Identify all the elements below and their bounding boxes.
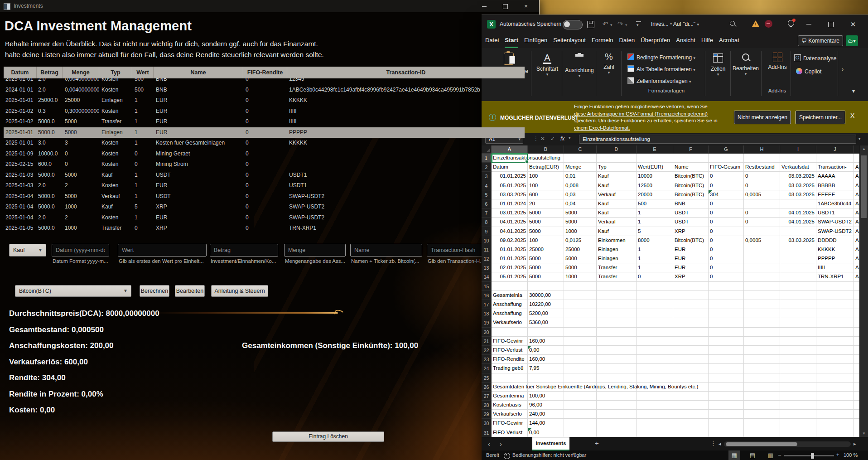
cell-C30[interactable] bbox=[564, 419, 597, 428]
cell-K26[interactable] bbox=[854, 383, 859, 392]
betrag-input[interactable] bbox=[210, 244, 278, 257]
cell-F29[interactable] bbox=[673, 410, 709, 419]
cell-K17[interactable] bbox=[854, 300, 859, 309]
cell-E3[interactable]: 10000 bbox=[637, 172, 673, 181]
row-header-20[interactable]: 20 bbox=[482, 328, 492, 337]
cell-F18[interactable] bbox=[673, 309, 709, 318]
cell-H26[interactable] bbox=[744, 383, 780, 392]
cell-C4[interactable]: 0,008 bbox=[564, 181, 597, 190]
cell-I5[interactable]: 03.03.2025 bbox=[780, 190, 816, 199]
close-button[interactable]: × bbox=[516, 0, 536, 12]
cell-G29[interactable] bbox=[709, 410, 744, 419]
transaction-row[interactable]: 2025-01-032.02Kosten1EUR0USDT1 bbox=[4, 180, 525, 191]
transaction-row[interactable]: 2025-01-0910000.00Kosten0Mining Geraet0 bbox=[4, 149, 525, 160]
cell-K21[interactable] bbox=[854, 337, 859, 346]
cell-J28[interactable] bbox=[816, 401, 854, 410]
cell-F16[interactable] bbox=[673, 291, 709, 300]
redo-icon[interactable]: ↷ bbox=[617, 20, 623, 28]
cell-A11[interactable]: 01.01.2025 bbox=[492, 245, 528, 254]
cell-K15[interactable] bbox=[854, 282, 859, 291]
cell-E14[interactable]: 0 bbox=[637, 272, 673, 281]
cell-F13[interactable]: EUR bbox=[673, 263, 709, 272]
cell-J24[interactable] bbox=[816, 364, 854, 373]
cell-G28[interactable] bbox=[709, 401, 744, 410]
cell-F5[interactable]: Bitcoin(BTC) bbox=[673, 190, 709, 199]
cell-K23[interactable] bbox=[854, 355, 859, 364]
cell-D30[interactable] bbox=[597, 419, 637, 428]
cell-C15[interactable] bbox=[564, 282, 597, 291]
cell-J8[interactable]: SWAP-USDT2 bbox=[816, 218, 854, 227]
cell-K24[interactable] bbox=[854, 364, 859, 373]
cell-A31[interactable]: FIFO-Verlust bbox=[492, 428, 528, 437]
cell-E28[interactable] bbox=[637, 401, 673, 410]
cell-J7[interactable]: USDT1 bbox=[816, 208, 854, 218]
cell-F17[interactable] bbox=[673, 300, 709, 309]
cell-J5[interactable]: EEEEE bbox=[816, 190, 854, 199]
row-header-21[interactable]: 21 bbox=[482, 337, 492, 346]
cell-F31[interactable] bbox=[673, 428, 709, 437]
column-header-typ[interactable]: Typ bbox=[99, 67, 132, 78]
cell-C8[interactable]: 5000 bbox=[564, 218, 597, 227]
cell-G10[interactable]: 0 bbox=[709, 236, 744, 245]
asset-select[interactable]: Bitcoin(BTC)▼ bbox=[15, 285, 131, 297]
cell-B20[interactable] bbox=[528, 328, 564, 337]
cell-H3[interactable]: 0 bbox=[744, 172, 780, 181]
cell-J9[interactable]: SWAP-USDT2 bbox=[816, 227, 854, 236]
cell-A15[interactable] bbox=[492, 282, 528, 291]
cell-J23[interactable] bbox=[816, 355, 854, 364]
cell-H9[interactable] bbox=[744, 227, 780, 236]
cell-G20[interactable] bbox=[709, 328, 744, 337]
cell-B27[interactable]: 100,00 bbox=[528, 392, 564, 401]
minimize-button[interactable] bbox=[474, 0, 495, 12]
cell-I3[interactable]: 03.03.2025 bbox=[780, 172, 816, 181]
cell-J2[interactable]: Transaction- bbox=[816, 163, 854, 172]
row-header-31[interactable]: 31 bbox=[482, 428, 492, 437]
cell-A27[interactable]: Gesamteinna bbox=[492, 392, 528, 401]
cell-D11[interactable]: Einlagen bbox=[597, 245, 637, 254]
cell-E23[interactable] bbox=[637, 355, 673, 364]
cell-K2[interactable]: A bbox=[854, 163, 859, 172]
cells-group-button[interactable]: Zellen ▾ bbox=[707, 53, 729, 77]
cell-D4[interactable]: Kauf bbox=[597, 181, 637, 190]
cell-B24[interactable]: 7,95 bbox=[528, 364, 564, 373]
wert-input[interactable] bbox=[118, 244, 207, 257]
cell-H12[interactable] bbox=[744, 254, 780, 263]
excel-maximize-button[interactable] bbox=[821, 15, 841, 34]
cell-E8[interactable]: 1 bbox=[637, 218, 673, 227]
cell-B16[interactable]: 30000,00 bbox=[528, 291, 564, 300]
normal-view-icon[interactable]: ▦ bbox=[728, 450, 740, 460]
cell-C27[interactable] bbox=[564, 392, 597, 401]
cell-G25[interactable] bbox=[709, 373, 744, 383]
ribbon-more-button[interactable]: › bbox=[842, 66, 844, 73]
cell-J10[interactable]: DDDDD bbox=[816, 236, 854, 245]
cell-E18[interactable] bbox=[637, 309, 673, 318]
row-header-10[interactable]: 10 bbox=[482, 236, 492, 245]
cell-I24[interactable] bbox=[780, 364, 816, 373]
dont-show-again-button[interactable]: Nicht mehr anzeigen bbox=[734, 111, 791, 124]
customize-toolbar-icon[interactable] bbox=[636, 21, 641, 22]
cell-E17[interactable] bbox=[637, 300, 673, 309]
cell-H15[interactable] bbox=[744, 282, 780, 291]
column-header-C[interactable]: C bbox=[564, 145, 597, 154]
cell-K31[interactable] bbox=[854, 428, 859, 437]
cell-C1[interactable] bbox=[564, 154, 597, 163]
cell-D13[interactable]: Transfer bbox=[597, 263, 637, 272]
column-header-fifo-rendite[interactable]: FIFO-Rendite bbox=[243, 67, 287, 78]
cell-B9[interactable]: 5000 bbox=[528, 227, 564, 236]
row-header-11[interactable]: 11 bbox=[482, 245, 492, 254]
cell-J1[interactable] bbox=[816, 154, 854, 163]
berechnen-button[interactable]: Berechnen bbox=[140, 285, 169, 297]
anleitung-steuern-button[interactable]: Anleitung & Steuern bbox=[211, 285, 268, 297]
enter-icon[interactable]: ✓ bbox=[550, 136, 555, 142]
cell-H27[interactable] bbox=[744, 392, 780, 401]
cell-I13[interactable] bbox=[780, 263, 816, 272]
cell-I16[interactable] bbox=[780, 291, 816, 300]
cell-H31[interactable] bbox=[744, 428, 780, 437]
undo-icon[interactable]: ↶ bbox=[603, 20, 608, 28]
cell-F15[interactable] bbox=[673, 282, 709, 291]
share-button[interactable]: 🗁▾ bbox=[846, 35, 858, 46]
cell-D25[interactable] bbox=[597, 373, 637, 383]
row-header-22[interactable]: 22 bbox=[482, 346, 492, 355]
cell-J21[interactable] bbox=[816, 337, 854, 346]
cell-K4[interactable]: A bbox=[854, 181, 859, 190]
